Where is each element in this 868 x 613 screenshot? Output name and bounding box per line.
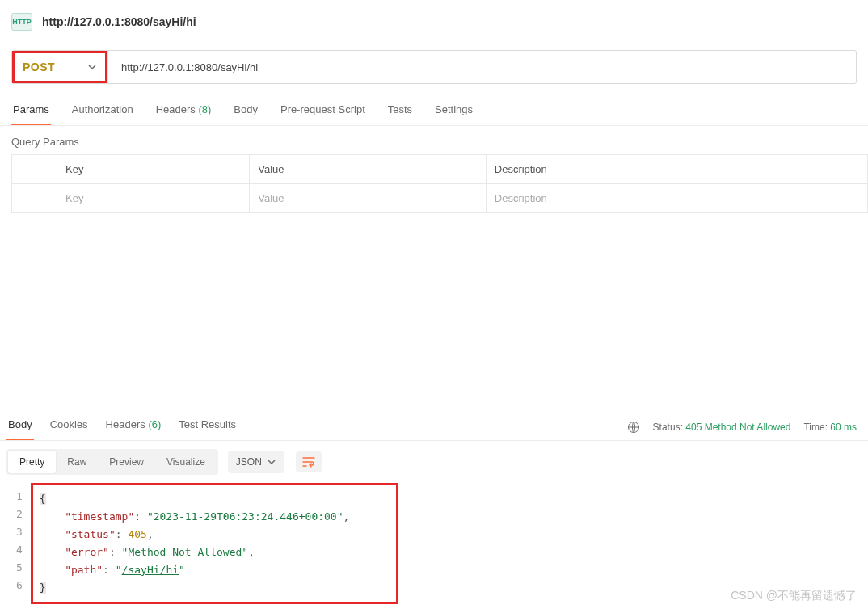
request-url-input[interactable]: http://127.0.0.1:8080/sayHi/hi [107, 51, 856, 83]
resp-tab-tests[interactable]: Test Results [177, 414, 238, 440]
time-value: 60 ms [830, 422, 857, 433]
view-visualize[interactable]: Visualize [155, 451, 217, 473]
cell-value[interactable]: Value [250, 184, 487, 213]
cell-key[interactable]: Key [57, 184, 250, 213]
table-row[interactable]: Key Value Description [12, 184, 868, 213]
request-title-row: HTTP http://127.0.0.1:8080/sayHi/hi [0, 0, 868, 44]
query-params-table: Key Value Description Key Value Descript… [11, 154, 868, 213]
status-value: 405 Method Not Allowed [685, 422, 790, 433]
status-label: Status: 405 Method Not Allowed [653, 422, 791, 433]
tab-prerequest[interactable]: Pre-request Script [279, 97, 367, 125]
view-mode-group: Pretty Raw Preview Visualize [6, 449, 218, 475]
view-preview[interactable]: Preview [98, 451, 155, 473]
tab-headers-label: Headers [156, 103, 196, 115]
http-method-label: POST [23, 61, 55, 73]
request-url-bar: POST http://127.0.0.1:8080/sayHi/hi [11, 50, 857, 84]
view-raw[interactable]: Raw [56, 451, 98, 473]
watermark: CSDN @不能再留遗憾了 [731, 589, 857, 603]
col-value-header: Value [250, 155, 487, 184]
cell-desc[interactable]: Description [486, 184, 867, 213]
resp-tab-headers[interactable]: Headers (6) [104, 414, 163, 440]
request-title: http://127.0.0.1:8080/sayHi/hi [42, 15, 196, 28]
response-header-row: Body Cookies Headers (6) Test Results St… [0, 409, 868, 441]
response-tabs: Body Cookies Headers (6) Test Results [6, 414, 238, 440]
chevron-down-icon [87, 62, 97, 72]
request-tabs: Params Authorization Headers (8) Body Pr… [0, 97, 868, 126]
tab-body[interactable]: Body [232, 97, 259, 125]
http-method-select[interactable]: POST [12, 51, 107, 83]
wrap-icon [302, 456, 315, 468]
tab-params[interactable]: Params [11, 97, 51, 125]
tab-authorization[interactable]: Authorization [70, 97, 135, 125]
tab-tests[interactable]: Tests [386, 97, 414, 125]
col-key-header: Key [57, 155, 250, 184]
resp-tab-headers-label: Headers [106, 418, 145, 430]
response-code-area: 1 2 3 4 5 6 { "timestamp": "2023-11-29T0… [11, 483, 857, 604]
response-panel: Body Cookies Headers (6) Test Results St… [0, 409, 868, 604]
col-desc-header: Description [486, 155, 867, 184]
http-badge-icon: HTTP [11, 13, 32, 31]
query-params-title: Query Params [0, 126, 868, 154]
response-code-body[interactable]: { "timestamp": "2023-11-29T06:23:24.446+… [31, 483, 398, 604]
col-checkbox [12, 155, 57, 184]
time-label: Time: 60 ms [803, 422, 857, 433]
globe-icon[interactable] [627, 421, 640, 434]
tab-headers-count: (8) [198, 103, 211, 115]
resp-tab-body[interactable]: Body [6, 414, 34, 440]
resp-tab-headers-count: (6) [148, 418, 161, 430]
chevron-down-icon [267, 457, 276, 467]
format-label: JSON [236, 456, 262, 468]
tab-headers[interactable]: Headers (8) [154, 97, 213, 125]
response-body-toolbar: Pretty Raw Preview Visualize JSON [0, 441, 868, 483]
resp-tab-cookies[interactable]: Cookies [48, 414, 90, 440]
format-select[interactable]: JSON [228, 451, 284, 473]
view-pretty[interactable]: Pretty [8, 451, 56, 473]
wrap-lines-button[interactable] [296, 451, 322, 472]
response-meta: Status: 405 Method Not Allowed Time: 60 … [627, 421, 857, 434]
tab-settings[interactable]: Settings [433, 97, 474, 125]
row-checkbox[interactable] [12, 184, 57, 213]
line-numbers: 1 2 3 4 5 6 [11, 483, 31, 604]
